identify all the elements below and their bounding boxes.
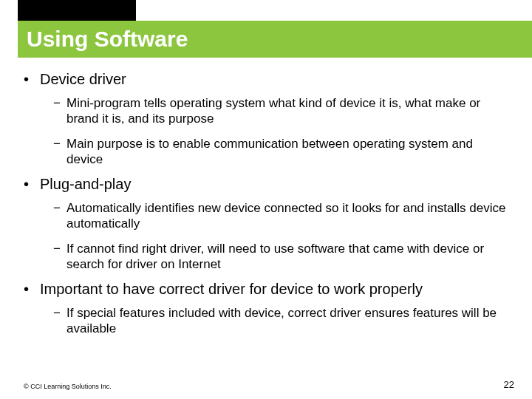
sub-bullet-text: Mini-program tells operating system what…	[66, 95, 508, 127]
sub-bullet: − If special features included with devi…	[53, 305, 508, 337]
bullet-correct-driver: • Important to have correct driver for d…	[24, 281, 508, 298]
bullet-dash-icon: −	[53, 241, 66, 273]
sub-bullet: − Mini-program tells operating system wh…	[53, 95, 508, 127]
bullet-text: Plug-and-play	[40, 176, 131, 193]
copyright-text: © CCI Learning Solutions Inc.	[24, 383, 112, 390]
sub-bullet-text: If cannot find right driver, will need t…	[66, 241, 508, 273]
bullet-dash-icon: −	[53, 136, 66, 168]
bullet-dash-icon: −	[53, 305, 66, 337]
slide-title: Using Software	[27, 27, 188, 52]
slide-content: • Device driver − Mini-program tells ope…	[0, 58, 532, 337]
title-bar: Using Software	[18, 21, 532, 58]
bullet-dot-icon: •	[24, 281, 40, 298]
title-header: Using Software	[0, 0, 532, 58]
bullet-device-driver: • Device driver	[24, 71, 508, 88]
sub-bullet-text: Automatically identifies new device conn…	[66, 200, 508, 232]
page-number: 22	[504, 379, 514, 390]
sub-bullet: − Main purpose is to enable communicatio…	[53, 136, 508, 168]
bullet-dash-icon: −	[53, 200, 66, 232]
sub-bullet: − Automatically identifies new device co…	[53, 200, 508, 232]
bullet-text: Device driver	[40, 71, 126, 88]
bullet-dot-icon: •	[24, 71, 40, 88]
bullet-dot-icon: •	[24, 176, 40, 193]
bullet-dash-icon: −	[53, 95, 66, 127]
black-decoration	[18, 0, 136, 21]
slide-footer: © CCI Learning Solutions Inc. 22	[24, 379, 514, 390]
sub-bullet-text: Main purpose is to enable communication …	[66, 136, 508, 168]
bullet-plug-and-play: • Plug-and-play	[24, 176, 508, 193]
sub-bullet-text: If special features included with device…	[66, 305, 508, 337]
bullet-text: Important to have correct driver for dev…	[40, 281, 423, 298]
sub-bullet: − If cannot find right driver, will need…	[53, 241, 508, 273]
